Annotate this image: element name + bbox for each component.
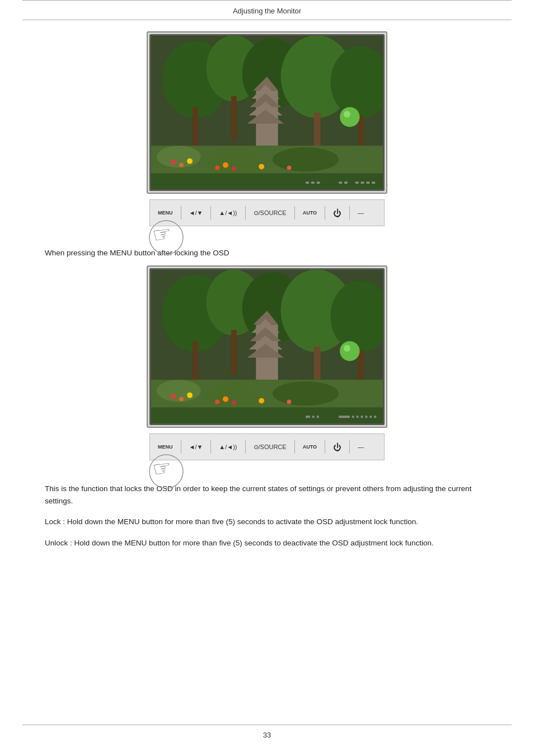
svg-rect-72 (306, 416, 310, 418)
source-icon-1: ⊙/SOURCE (251, 208, 289, 218)
power-icon-2: ⏻ (331, 441, 344, 453)
svg-point-21 (179, 163, 184, 167)
svg-rect-36 (355, 181, 359, 184)
svg-point-58 (157, 380, 201, 402)
svg-rect-35 (344, 181, 348, 184)
svg-point-82 (149, 455, 183, 488)
svg-rect-33 (317, 181, 320, 184)
svg-point-59 (207, 382, 262, 410)
svg-point-23 (215, 166, 219, 170)
vol-icon-1: ▲/◄)) (217, 208, 239, 217)
svg-point-66 (232, 401, 236, 405)
monitor-block-2 (45, 265, 489, 428)
svg-rect-38 (366, 181, 369, 184)
separator-5 (325, 206, 325, 220)
monitor-frame-1 (147, 31, 387, 194)
source-icon-2: ⊙/SOURCE (251, 442, 289, 452)
vol-icon-2: ▲/◄)) (217, 442, 239, 451)
svg-rect-37 (361, 181, 364, 184)
body-paragraph-2: Lock : Hold down the MENU button for mor… (45, 516, 489, 528)
svg-point-60 (273, 381, 339, 405)
svg-point-26 (259, 164, 264, 170)
svg-point-65 (223, 396, 228, 402)
main-content: MENU ◄/▼ ▲/◄)) ⊙/SOURCE AUTO ⏻ — ☞ (0, 20, 534, 580)
svg-point-24 (223, 162, 228, 168)
svg-rect-81 (374, 416, 376, 418)
svg-rect-47 (193, 341, 198, 385)
auto-button-1: AUTO (301, 209, 319, 217)
description-text: When pressing the MENU button after lock… (45, 249, 489, 257)
svg-point-27 (287, 166, 291, 170)
body-paragraph-1: This is the function that locks the OSD … (45, 483, 489, 507)
monitor-frame-2 (147, 265, 387, 428)
hand-circle-2 (147, 449, 191, 488)
svg-rect-74 (317, 416, 319, 418)
minus-icon-2: — (355, 442, 366, 451)
svg-point-17 (157, 146, 201, 167)
svg-point-25 (232, 167, 236, 171)
svg-rect-78 (361, 416, 363, 418)
separator-6 (349, 206, 350, 220)
separator-11 (325, 440, 325, 454)
svg-rect-73 (312, 416, 315, 418)
page-footer: 33 (22, 725, 512, 745)
separator-3 (245, 206, 246, 220)
controls-container-1: MENU ◄/▼ ▲/◄)) ⊙/SOURCE AUTO ⏻ — ☞ (149, 199, 385, 226)
svg-rect-75 (339, 416, 350, 418)
monitor-block-1 (45, 31, 489, 194)
svg-point-63 (187, 393, 193, 398)
svg-rect-39 (372, 181, 375, 184)
svg-rect-32 (311, 181, 315, 184)
monitor-screen-1 (149, 34, 385, 191)
svg-point-64 (215, 400, 219, 404)
svg-rect-48 (231, 330, 237, 374)
page-number: 33 (263, 731, 271, 739)
page-header: Adjusting the Monitor (22, 0, 512, 20)
separator-10 (294, 440, 295, 454)
svg-rect-34 (339, 181, 342, 184)
page-title: Adjusting the Monitor (233, 7, 301, 15)
svg-point-62 (179, 397, 184, 402)
svg-point-69 (340, 341, 359, 361)
svg-rect-77 (357, 416, 359, 418)
svg-rect-30 (151, 173, 383, 189)
svg-point-19 (273, 147, 339, 171)
body-paragraph-3: Unlock : Hold down the MENU button for m… (45, 537, 489, 549)
svg-point-40 (149, 221, 183, 254)
svg-point-68 (287, 400, 291, 404)
separator-8 (210, 440, 211, 454)
svg-rect-76 (352, 416, 354, 418)
power-icon-1: ⏻ (331, 207, 344, 219)
svg-rect-7 (231, 96, 237, 140)
controls-container-2: MENU ◄/▼ ▲/◄)) ⊙/SOURCE AUTO ⏻ — ☞ (149, 433, 385, 460)
monitor-screen-2 (149, 268, 385, 425)
svg-point-70 (344, 345, 350, 352)
svg-rect-31 (306, 181, 309, 184)
separator-12 (349, 440, 350, 454)
svg-rect-6 (193, 107, 198, 151)
separator-9 (245, 440, 246, 454)
separator-2 (210, 206, 211, 220)
svg-rect-71 (151, 407, 383, 423)
svg-point-61 (171, 394, 176, 399)
svg-point-67 (259, 398, 264, 404)
separator-4 (294, 206, 295, 220)
svg-rect-79 (365, 416, 367, 418)
svg-point-20 (171, 160, 176, 165)
auto-button-2: AUTO (301, 443, 319, 451)
hand-circle-1 (147, 215, 191, 254)
svg-rect-80 (369, 416, 372, 418)
svg-point-22 (187, 158, 193, 164)
minus-icon-1: — (355, 208, 366, 217)
svg-point-29 (344, 111, 350, 118)
svg-point-28 (340, 107, 359, 127)
svg-point-18 (207, 148, 262, 176)
